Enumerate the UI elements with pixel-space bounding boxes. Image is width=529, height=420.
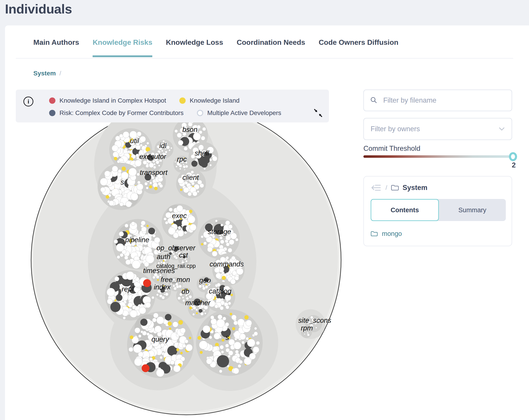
file-bubble[interactable] — [117, 160, 120, 163]
file-bubble[interactable] — [239, 333, 246, 340]
file-bubble[interactable] — [146, 333, 149, 336]
file-bubble[interactable] — [204, 312, 206, 314]
file-bubble[interactable] — [122, 166, 126, 171]
file-bubble[interactable] — [112, 145, 118, 152]
file-bubble[interactable] — [316, 327, 317, 328]
file-bubble[interactable] — [124, 256, 128, 259]
file-bubble[interactable] — [133, 344, 142, 353]
file-bubble[interactable] — [201, 136, 205, 140]
file-bubble[interactable] — [168, 322, 172, 326]
file-bubble[interactable] — [136, 154, 139, 157]
file-bubble[interactable] — [140, 319, 147, 326]
file-bubble[interactable] — [233, 368, 239, 374]
file-bubble[interactable] — [207, 247, 212, 252]
file-bubble[interactable] — [165, 314, 172, 320]
file-bubble[interactable] — [178, 320, 183, 325]
file-bubble[interactable] — [206, 358, 212, 364]
file-bubble[interactable] — [211, 318, 217, 325]
file-bubble[interactable] — [130, 335, 133, 339]
file-bubble[interactable] — [189, 210, 192, 213]
file-bubble[interactable] — [170, 360, 175, 365]
file-bubble[interactable] — [191, 161, 198, 167]
file-bubble[interactable] — [254, 327, 257, 330]
tab-knowledge-risks[interactable]: Knowledge Risks — [93, 38, 152, 57]
file-bubble[interactable] — [220, 345, 224, 349]
file-bubble[interactable] — [225, 322, 229, 326]
file-bubble[interactable] — [174, 287, 177, 290]
file-bubble[interactable] — [191, 171, 194, 174]
file-bubble[interactable] — [101, 187, 106, 192]
file-bubble[interactable] — [229, 240, 234, 245]
file-bubble[interactable] — [192, 313, 195, 316]
file-bubble[interactable] — [131, 193, 138, 200]
file-bubble[interactable] — [220, 306, 224, 310]
file-bubble[interactable] — [178, 297, 181, 300]
tab-code-owners-diffusion[interactable]: Code Owners Diffusion — [318, 38, 398, 57]
file-bubble[interactable] — [189, 337, 191, 339]
file-bubble[interactable] — [146, 165, 149, 168]
file-bubble[interactable] — [135, 328, 140, 333]
file-bubble[interactable] — [179, 285, 182, 288]
file-bubble[interactable] — [175, 257, 178, 259]
file-bubble[interactable] — [232, 327, 235, 331]
file-bubble[interactable] — [125, 259, 131, 265]
file-bubble[interactable] — [169, 328, 171, 330]
file-bubble[interactable] — [188, 216, 195, 223]
file-bubble[interactable] — [239, 360, 242, 364]
file-bubble[interactable] — [125, 201, 132, 207]
file-bubble[interactable] — [222, 276, 226, 280]
file-bubble[interactable] — [199, 341, 208, 349]
file-bubble[interactable] — [144, 262, 149, 267]
file-bubble[interactable] — [166, 146, 170, 149]
file-bubble[interactable] — [254, 332, 258, 336]
file-bubble[interactable] — [204, 168, 206, 170]
file-bubble[interactable] — [179, 168, 181, 170]
file-bubble[interactable] — [188, 192, 192, 196]
file-bubble[interactable] — [210, 159, 212, 161]
file-bubble[interactable] — [131, 222, 135, 226]
file-bubble[interactable] — [234, 321, 238, 325]
file-bubble[interactable] — [175, 130, 178, 133]
file-bubble[interactable] — [219, 370, 222, 373]
file-bubble[interactable] — [225, 221, 230, 225]
file-bubble[interactable] — [202, 287, 205, 290]
file-bubble[interactable] — [304, 333, 305, 335]
tab-main-authors[interactable]: Main Authors — [33, 38, 79, 57]
file-bubble[interactable] — [183, 299, 185, 302]
file-bubble[interactable] — [182, 297, 184, 298]
info-icon[interactable]: i — [23, 97, 33, 106]
file-bubble[interactable] — [236, 268, 243, 275]
file-bubble[interactable] — [217, 355, 229, 368]
file-bubble[interactable] — [186, 344, 193, 351]
file-bubble[interactable] — [107, 288, 115, 296]
file-bubble[interactable] — [137, 132, 141, 136]
file-bubble[interactable] — [225, 305, 229, 309]
file-bubble[interactable] — [190, 224, 197, 231]
owners-filter-select[interactable]: Filter by owners — [363, 118, 512, 140]
file-bubble[interactable] — [173, 253, 175, 255]
file-bubble[interactable] — [183, 344, 186, 348]
file-bubble[interactable] — [153, 166, 156, 169]
file-bubble[interactable] — [155, 326, 161, 333]
list-item-mongo[interactable]: mongo — [370, 230, 505, 237]
file-bubble[interactable] — [191, 309, 193, 310]
file-bubble[interactable] — [110, 302, 120, 312]
file-bubble[interactable] — [113, 152, 118, 157]
file-bubble[interactable] — [211, 316, 214, 319]
file-bubble[interactable] — [100, 178, 107, 185]
file-bubble[interactable] — [159, 184, 163, 188]
file-bubble[interactable] — [114, 240, 118, 243]
file-bubble[interactable] — [222, 339, 225, 342]
file-bubble[interactable] — [173, 365, 181, 372]
file-bubble[interactable] — [153, 313, 159, 318]
filename-filter-input[interactable] — [383, 96, 505, 104]
file-bubble[interactable] — [189, 306, 192, 309]
file-bubble[interactable] — [184, 147, 188, 151]
file-bubble[interactable] — [157, 279, 159, 281]
file-bubble[interactable] — [220, 240, 224, 244]
file-bubble[interactable] — [210, 164, 212, 166]
file-bubble[interactable] — [104, 171, 110, 177]
file-bubble[interactable] — [175, 161, 176, 163]
file-bubble[interactable] — [158, 165, 160, 166]
file-bubble[interactable] — [246, 337, 249, 340]
